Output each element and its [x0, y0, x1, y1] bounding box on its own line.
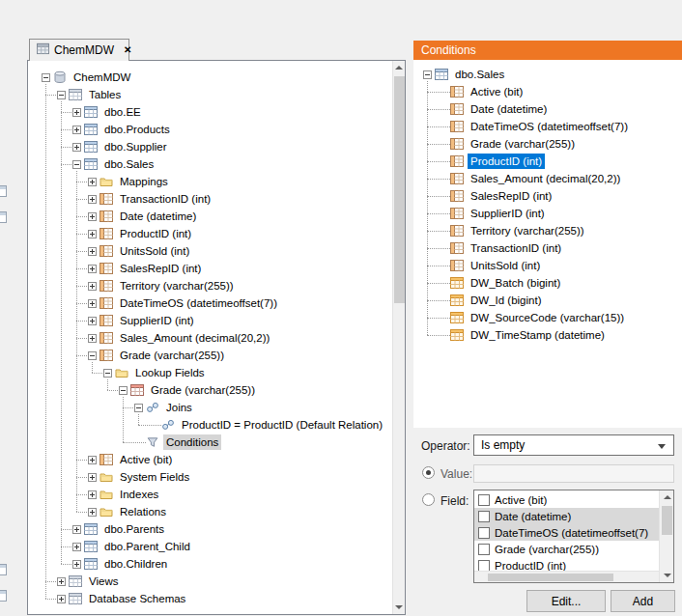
- tree-item-dbo-parents[interactable]: dbo.Parents: [28, 520, 392, 538]
- field-listbox-vscrollbar[interactable]: [659, 490, 673, 582]
- tree-item-dbo-children[interactable]: dbo.Children: [28, 555, 392, 573]
- expand-icon[interactable]: [88, 212, 97, 221]
- scrollbar-thumb[interactable]: [662, 506, 672, 535]
- expand-icon[interactable]: [88, 473, 97, 482]
- tree-item-unitssold-int[interactable]: UnitsSold (int): [28, 242, 392, 260]
- value-input[interactable]: [473, 464, 674, 483]
- tree-item-mappings[interactable]: Mappings: [28, 173, 392, 190]
- tree-item-database-schemas[interactable]: Database Schemas: [28, 590, 392, 607]
- tree-item-grade-varchar-255[interactable]: Grade (varchar(255)): [28, 381, 392, 399]
- expand-icon[interactable]: [72, 143, 81, 152]
- collapse-icon[interactable]: [423, 70, 432, 79]
- tree-item-sales-amount-decimal-20-2[interactable]: Sales_Amount (decimal(20,2)): [28, 329, 392, 347]
- expand-icon[interactable]: [88, 247, 97, 256]
- expand-icon[interactable]: [72, 525, 81, 534]
- left-tree-scrollbar[interactable]: [392, 61, 405, 614]
- expand-icon[interactable]: [88, 299, 97, 308]
- field-option-active-bit[interactable]: Active (bit): [474, 491, 659, 508]
- tree-item-lookup-fields[interactable]: Lookup Fields: [28, 364, 392, 381]
- tree-item-grade-varchar-255[interactable]: Grade (varchar(255)): [28, 347, 392, 364]
- tree-item-transactionid-int[interactable]: TransactionID (int): [413, 239, 682, 257]
- expand-icon[interactable]: [88, 508, 97, 517]
- tree-item-dbo-sales[interactable]: dbo.Sales: [28, 155, 392, 173]
- tree-item-date-datetime[interactable]: Date (datetime): [28, 208, 392, 225]
- tab-close-icon[interactable]: ✕: [124, 45, 131, 55]
- tree-item-territory-varchar-255[interactable]: Territory (varchar(255)): [413, 222, 682, 239]
- expand-icon[interactable]: [88, 317, 97, 325]
- expand-icon[interactable]: [72, 560, 81, 569]
- expand-icon[interactable]: [57, 595, 66, 603]
- tree-item-dw-batch-bigint[interactable]: DW_Batch (bigint): [413, 274, 682, 292]
- tree-item-datetimeos-datetimeoffset-7[interactable]: DateTimeOS (datetimeoffset(7)): [413, 118, 682, 135]
- expand-icon[interactable]: [88, 195, 97, 204]
- tree-item-productid-int[interactable]: ProductID (int): [413, 153, 682, 170]
- tree-item-joins[interactable]: Joins: [28, 399, 392, 416]
- collapse-icon[interactable]: [103, 369, 112, 378]
- tree-item-productid-productid-default-relation[interactable]: ProductID = ProductID (Default Relation): [28, 416, 392, 434]
- tree-item-chemmdw[interactable]: ChemMDW: [28, 69, 392, 86]
- expand-icon[interactable]: [88, 282, 97, 291]
- checkbox-icon[interactable]: [478, 527, 490, 539]
- tree-item-dbo-ee[interactable]: dbo.EE: [28, 103, 392, 121]
- tree-item-datetimeos-datetimeoffset-7[interactable]: DateTimeOS (datetimeoffset(7)): [28, 294, 392, 312]
- field-option-grade-varchar-255[interactable]: Grade (varchar(255)): [474, 541, 659, 557]
- scroll-down-icon[interactable]: [664, 574, 671, 577]
- collapse-icon[interactable]: [134, 404, 143, 412]
- expand-icon[interactable]: [88, 456, 97, 464]
- add-button[interactable]: Add: [611, 590, 675, 612]
- collapse-icon[interactable]: [88, 351, 97, 360]
- edit-button[interactable]: Edit...: [526, 590, 606, 612]
- field-option-datetimeos-datetimeoffset-7[interactable]: DateTimeOS (datetimeoffset(7): [474, 524, 659, 541]
- tree-item-dw-id-bigint[interactable]: DW_Id (bigint): [413, 292, 682, 309]
- scrollbar-thumb[interactable]: [488, 574, 613, 581]
- value-radio[interactable]: [422, 466, 435, 479]
- tree-item-dw-sourcecode-varchar-15[interactable]: DW_SourceCode (varchar(15)): [413, 309, 682, 326]
- tree-item-productid-int[interactable]: ProductID (int): [28, 225, 392, 242]
- scroll-up-icon[interactable]: [664, 495, 671, 499]
- expand-icon[interactable]: [88, 265, 97, 273]
- tree-item-relations[interactable]: Relations: [28, 503, 392, 520]
- expand-icon[interactable]: [88, 334, 97, 343]
- checkbox-icon[interactable]: [478, 494, 490, 506]
- expand-icon[interactable]: [72, 126, 81, 134]
- field-listbox[interactable]: Active (bit)Date (datetime)DateTimeOS (d…: [473, 490, 674, 583]
- scrollbar-thumb[interactable]: [394, 76, 405, 303]
- collapse-icon[interactable]: [42, 73, 50, 82]
- tree-item-tables[interactable]: Tables: [28, 86, 392, 103]
- expand-icon[interactable]: [88, 490, 97, 499]
- checkbox-icon[interactable]: [478, 544, 490, 555]
- checkbox-icon[interactable]: [478, 560, 490, 572]
- tree-item-transactionid-int[interactable]: TransactionID (int): [28, 190, 392, 208]
- checkbox-icon[interactable]: [478, 511, 490, 522]
- tree-item-views[interactable]: Views: [28, 573, 392, 590]
- tree-item-supplierid-int[interactable]: SupplierID (int): [413, 205, 682, 222]
- tree-item-territory-varchar-255[interactable]: Territory (varchar(255)): [28, 277, 392, 294]
- collapse-icon[interactable]: [119, 386, 128, 395]
- field-option-productid-int[interactable]: ProductID (int): [474, 557, 659, 571]
- tree-item-indexes[interactable]: Indexes: [28, 486, 392, 503]
- scroll-down-icon[interactable]: [395, 605, 403, 609]
- scroll-up-icon[interactable]: [395, 66, 403, 70]
- tree-item-salesrepid-int[interactable]: SalesRepID (int): [413, 187, 682, 205]
- tree-item-unitssold-int[interactable]: UnitsSold (int): [413, 257, 682, 274]
- collapse-icon[interactable]: [57, 91, 66, 99]
- tree-item-dbo-sales[interactable]: dbo.Sales: [413, 66, 682, 83]
- tree-item-dbo-parent-child[interactable]: dbo.Parent_Child: [28, 538, 392, 555]
- tree-item-active-bit[interactable]: Active (bit): [413, 83, 682, 100]
- expand-icon[interactable]: [72, 543, 81, 551]
- tree-item-grade-varchar-255[interactable]: Grade (varchar(255)): [413, 135, 682, 153]
- field-listbox-hscrollbar[interactable]: [474, 571, 659, 582]
- field-option-date-datetime[interactable]: Date (datetime): [474, 508, 659, 524]
- tree-item-salesrepid-int[interactable]: SalesRepID (int): [28, 260, 392, 277]
- tree-item-dbo-products[interactable]: dbo.Products: [28, 121, 392, 138]
- expand-icon[interactable]: [88, 178, 97, 186]
- tree-item-conditions[interactable]: Conditions: [28, 434, 392, 451]
- expand-icon[interactable]: [57, 577, 66, 586]
- tree-item-date-datetime[interactable]: Date (datetime): [413, 100, 682, 118]
- expand-icon[interactable]: [72, 108, 81, 117]
- tree-item-active-bit[interactable]: Active (bit): [28, 451, 392, 468]
- operator-select[interactable]: Is empty: [473, 434, 674, 456]
- tree-item-dw-timestamp-datetime[interactable]: DW_TimeStamp (datetime): [413, 326, 682, 344]
- tree-item-dbo-supplier[interactable]: dbo.Supplier: [28, 138, 392, 155]
- collapse-icon[interactable]: [72, 160, 81, 169]
